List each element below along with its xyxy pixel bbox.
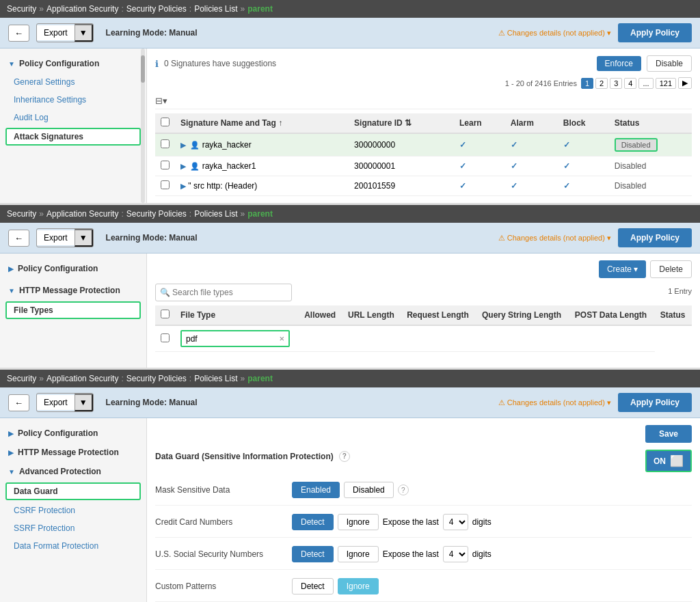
row-checkbox-3[interactable] [161,180,170,189]
remove-filetype-icon[interactable]: × [279,333,284,344]
search-input-filetypes[interactable] [155,284,292,301]
delete-button[interactable]: Delete [650,260,692,278]
row-expand-icon-2[interactable]: ▶ [180,162,186,170]
page-next[interactable]: ▶ [678,77,692,89]
bc3-security[interactable]: Security [7,374,36,383]
ssn-digits-label: digits [472,549,492,559]
credit-controls: Detect Ignore Expose the last 4123 digit… [292,514,492,530]
on-toggle[interactable]: ON ⬜ [645,450,692,472]
sidebar-item-inheritance-1[interactable]: Inheritance Settings [0,91,146,109]
bc3-sec-policies[interactable]: Security Policies [126,374,187,383]
save-button[interactable]: Save [645,425,692,443]
pagination-info: 1 - 20 of 2416 Entries [505,79,577,87]
sidebar-section-http-msg-2[interactable]: ▼ HTTP Message Protection [0,281,146,300]
export-dropdown-3[interactable]: ▼ [75,394,93,411]
credit-detect-btn[interactable]: Detect [292,514,334,530]
sidebar-section-advanced-3[interactable]: ▼ Advanced Protection [0,462,146,481]
bc-app-security[interactable]: Application Security [46,4,118,14]
mask-disabled-btn[interactable]: Disabled [344,482,394,498]
select-all-checkbox-2[interactable] [161,310,170,318]
back-button-3[interactable]: ← [8,394,29,411]
sidebar-item-data-format-3[interactable]: Data Format Protection [0,537,146,555]
select-all-checkbox[interactable] [161,118,170,126]
back-button-2[interactable]: ← [8,230,29,247]
create-button[interactable]: Create ▾ [599,260,646,278]
pagination-nums[interactable]: 1 2 3 4 ... 121 ▶ [581,77,692,89]
page-1[interactable]: 1 [581,78,593,89]
ssn-ignore-btn[interactable]: Ignore [338,546,379,562]
ft-row-checkbox-1[interactable] [161,333,170,342]
bc2-parent[interactable]: parent [247,209,273,219]
bc-parent-1[interactable]: parent [247,4,273,14]
bc2-policies-list[interactable]: Policies List [194,209,237,219]
credit-ignore-btn[interactable]: Ignore [338,514,379,530]
page-4[interactable]: 4 [624,78,636,89]
row-checkbox-2[interactable] [161,161,170,169]
apply-policy-button-1[interactable]: Apply Policy [618,23,692,42]
enforce-button[interactable]: Enforce [597,56,641,71]
changes-link-2[interactable]: ⚠ Changes details (not applied) ▾ [498,234,611,243]
block-check-3: ✓ [563,181,570,191]
custom-controls: Detect Ignore [292,578,379,594]
sidebar-item-audit-1[interactable]: Audit Log [0,109,146,126]
bc-sec-policies[interactable]: Security Policies [126,4,187,14]
sidebar-item-csrf-3[interactable]: CSRF Protection [0,502,146,519]
row-expand-icon-3[interactable]: ▶ [180,182,186,190]
main-content-1: ▼ Policy Configuration General Settings … [0,49,700,205]
custom-detect-btn[interactable]: Detect [292,578,334,594]
bc2-security[interactable]: Security [7,209,36,219]
page-2[interactable]: 2 [595,78,608,89]
col-query-length: Query String Length [476,305,569,325]
export-button-2[interactable]: Export [37,230,75,245]
apply-policy-button-3[interactable]: Apply Policy [618,393,692,412]
col-allowed: Allowed [299,305,342,325]
disable-button[interactable]: Disable [647,55,692,72]
page-121[interactable]: 121 [656,78,676,89]
changes-link-3[interactable]: ⚠ Changes details (not applied) ▾ [498,398,611,407]
sidebar-section-http-msg-3[interactable]: ▶ HTTP Message Protection [0,443,146,462]
row-sig-id-2: 300000001 [349,156,454,176]
mask-help-icon[interactable]: ? [398,484,409,495]
sidebar-item-general-1[interactable]: General Settings [0,73,146,91]
settings-row-credit: Credit Card Numbers Detect Ignore Expose… [155,514,692,538]
scrollbar-thumb-1[interactable] [141,55,145,83]
credit-digits-select[interactable]: 4123 [443,514,468,530]
ssn-expose-label: Expose the last [383,549,439,559]
sidebar-section-policy-config-1[interactable]: ▼ Policy Configuration [0,54,146,73]
export-button-1[interactable]: Export [37,25,75,40]
credit-digits-label: digits [472,517,492,527]
bc3-parent[interactable]: parent [247,374,273,383]
row-checkbox-1[interactable] [161,139,170,148]
export-dropdown-2[interactable]: ▼ [75,229,93,247]
sidebar-item-attack-sigs-1[interactable]: Attack Signatures [5,128,141,146]
custom-ignore-btn[interactable]: Ignore [338,578,379,594]
bc-security[interactable]: Security [7,4,36,14]
sidebar-section-policy-config-3[interactable]: ▶ Policy Configuration [0,424,146,443]
filter-icon[interactable]: ⊟▾ [155,96,167,106]
row-sig-name-3: ▶ " src http: (Header) [175,176,349,196]
row-expand-icon-1[interactable]: ▶ [180,141,186,149]
page-3[interactable]: 3 [610,78,622,89]
sidebar-item-file-types-2[interactable]: File Types [5,301,141,319]
search-icon-2: 🔍 [160,288,170,297]
sidebar-section-policy-config-2[interactable]: ▶ Policy Configuration [0,259,146,278]
scrollbar-1[interactable] [141,49,145,203]
back-button-1[interactable]: ← [8,25,29,42]
mask-enabled-btn[interactable]: Enabled [292,482,340,498]
sidebar-item-data-guard-3[interactable]: Data Guard [5,482,141,500]
sidebar-item-ssrf-3[interactable]: SSRF Protection [0,519,146,537]
bc2-app-security[interactable]: Application Security [46,209,118,219]
ssn-digits-select[interactable]: 4123 [443,546,468,562]
sidebar-1: ▼ Policy Configuration General Settings … [0,49,147,203]
bc-policies-list[interactable]: Policies List [194,4,237,14]
bc3-policies-list[interactable]: Policies List [194,374,237,383]
export-button-3[interactable]: Export [37,395,75,410]
bc3-app-security[interactable]: Application Security [46,374,118,383]
changes-link-1[interactable]: ⚠ Changes details (not applied) ▾ [498,29,611,38]
main-content-2: ▶ Policy Configuration ▼ HTTP Message Pr… [0,254,700,370]
dg-help-icon[interactable]: ? [339,451,350,462]
ssn-detect-btn[interactable]: Detect [292,546,334,562]
bc2-sec-policies[interactable]: Security Policies [126,209,187,219]
apply-policy-button-2[interactable]: Apply Policy [618,228,692,247]
export-dropdown-1[interactable]: ▼ [75,24,93,42]
